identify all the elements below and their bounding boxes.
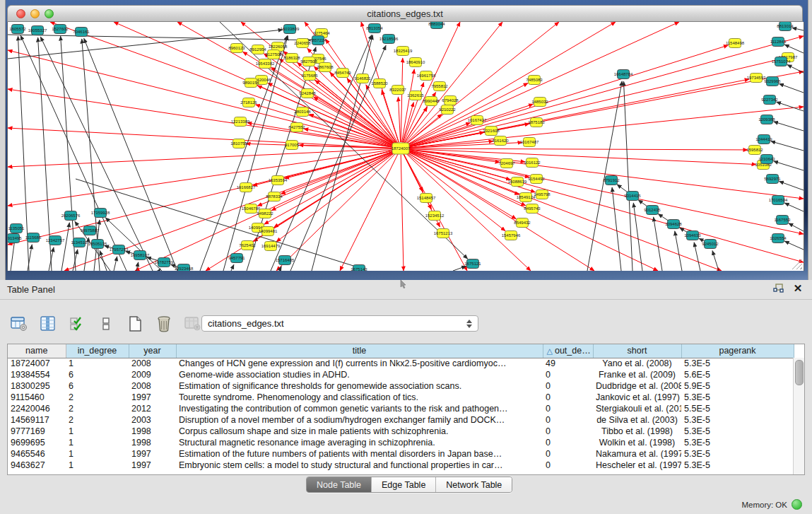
network-edge-selected[interactable] [271, 151, 395, 211]
table-cell-pagerank[interactable]: 5.9E-5 [681, 380, 794, 392]
network-edge-selected[interactable] [50, 22, 395, 146]
network-edge[interactable] [105, 218, 162, 271]
network-edge[interactable] [675, 231, 682, 271]
new-column-icon[interactable] [126, 315, 144, 333]
network-edge[interactable] [694, 243, 700, 271]
network-edge[interactable] [699, 238, 705, 241]
table-cell-name[interactable]: 9465546 [8, 448, 66, 460]
network-edge-selected[interactable] [340, 154, 398, 271]
table-cell-year[interactable]: 1997 [129, 448, 176, 460]
table-cell-name[interactable]: 9115460 [8, 392, 66, 403]
network-edge[interactable] [638, 200, 647, 206]
table-cell-year[interactable]: 1997 [129, 392, 176, 403]
show-columns-icon[interactable] [39, 315, 57, 333]
network-edge-selected[interactable] [407, 104, 534, 146]
network-edge-selected[interactable] [407, 36, 804, 147]
select-all-columns-icon[interactable] [68, 315, 86, 333]
table-cell-out_degree[interactable]: 49 [543, 358, 593, 369]
network-edge[interactable] [617, 185, 628, 192]
table-cell-out_degree[interactable]: 0 [543, 426, 593, 437]
table-cell-pagerank[interactable]: 5.3E-5 [681, 426, 794, 437]
column-header-pagerank[interactable]: pagerank [681, 344, 794, 358]
table-row[interactable]: 911546021997Tourette syndrome. Phenomeno… [8, 392, 794, 403]
table-cell-year[interactable]: 2008 [129, 358, 176, 369]
table-cell-short[interactable]: Tibbo et al. (1998) [593, 426, 681, 437]
float-panel-icon[interactable] [772, 283, 784, 294]
table-cell-in_degree[interactable]: 6 [66, 380, 129, 392]
table-cell-title[interactable]: Investigating the contribution of common… [176, 403, 543, 414]
network-edge-selected[interactable] [8, 50, 394, 147]
table-row[interactable]: 1872400712008Changes of HCN gene express… [8, 358, 794, 369]
close-panel-icon[interactable]: ✕ [792, 283, 804, 294]
close-window-icon[interactable] [16, 9, 25, 18]
scrollbar-thumb[interactable] [795, 360, 804, 385]
table-cell-short[interactable]: Dudbridge et al. (2008) [593, 380, 681, 392]
window-titlebar[interactable]: citations_edges.txt [7, 5, 803, 22]
network-edge-selected[interactable] [247, 123, 394, 148]
column-header-title[interactable]: title [176, 344, 543, 358]
table-cell-pagerank[interactable]: 5.6E-5 [681, 369, 794, 380]
table-selector-dropdown[interactable]: citations_edges.txt [201, 315, 478, 332]
network-edge-selected[interactable] [407, 148, 748, 150]
table-row[interactable]: 1830029562008Estimation of significance … [8, 380, 794, 392]
table-cell-short[interactable]: Jankovic et al. (1997) [593, 392, 681, 403]
table-cell-year[interactable]: 2009 [129, 369, 176, 380]
table-cell-name[interactable]: 18300295 [8, 380, 66, 392]
table-cell-name[interactable]: 14569117 [8, 414, 66, 426]
table-settings-icon[interactable] [10, 315, 28, 333]
table-cell-short[interactable]: Franke et al. (2009) [593, 369, 681, 380]
table-row[interactable]: 946554611997Estimation of the future num… [8, 448, 794, 460]
network-edge-selected[interactable] [407, 59, 782, 147]
network-edge-selected[interactable] [264, 151, 395, 224]
column-header-year[interactable]: year [129, 344, 176, 358]
network-edge[interactable] [784, 45, 804, 53]
table-cell-out_degree[interactable]: 0 [543, 380, 593, 392]
table-cell-in_degree[interactable]: 1 [66, 437, 129, 448]
network-edge-selected[interactable] [276, 152, 396, 242]
table-cell-in_degree[interactable]: 6 [66, 369, 129, 380]
network-edge[interactable] [771, 141, 804, 151]
table-cell-title[interactable]: Changes of HCN gene expression and I(f) … [176, 358, 543, 369]
table-cell-short[interactable]: Stergiakouli et al. (2012) [593, 403, 681, 414]
network-edge[interactable] [623, 81, 632, 271]
table-cell-in_degree[interactable]: 2 [66, 414, 129, 426]
network-edge[interactable] [114, 257, 117, 271]
table-cell-pagerank[interactable]: 5.3E-5 [681, 448, 794, 460]
table-cell-name[interactable]: 9699695 [8, 437, 66, 448]
network-edge-selected[interactable] [398, 97, 400, 142]
table-cell-in_degree[interactable]: 1 [66, 358, 129, 369]
table-cell-out_degree[interactable]: 0 [543, 437, 593, 448]
network-edge[interactable] [792, 28, 804, 30]
tab-network-table[interactable]: Network Table [436, 477, 512, 492]
network-edge-selected[interactable] [401, 155, 404, 271]
table-cell-name[interactable]: 9777169 [8, 426, 66, 437]
table-cell-title[interactable]: Estimation of the future numbers of pati… [176, 448, 543, 460]
column-header-out_degree[interactable]: △out_de… [543, 344, 593, 358]
table-cell-out_degree[interactable]: 0 [543, 403, 593, 414]
table-cell-year[interactable]: 1998 [129, 437, 176, 448]
table-cell-in_degree[interactable]: 1 [66, 448, 129, 460]
table-cell-short[interactable]: Hescheler et al. (1997) [593, 460, 681, 471]
table-cell-pagerank[interactable]: 5.3E-5 [681, 414, 794, 426]
unselect-columns-icon[interactable] [97, 315, 115, 333]
table-cell-title[interactable]: Disruption of a novel member of a sodium… [176, 414, 543, 426]
network-edge[interactable] [774, 122, 804, 131]
table-cell-year[interactable]: 2003 [129, 414, 176, 426]
table-row[interactable]: 969969511998Structural magnetic resonanc… [8, 437, 794, 448]
table-row[interactable]: 1938455462009Genome-wide association stu… [8, 369, 794, 380]
table-cell-out_degree[interactable]: 0 [543, 460, 593, 471]
table-cell-title[interactable]: Estimation of significance thresholds fo… [176, 380, 543, 392]
table-cell-year[interactable]: 1997 [129, 460, 176, 471]
delete-table-icon[interactable] [184, 315, 202, 333]
table-cell-pagerank[interactable]: 5.3E-5 [681, 358, 794, 369]
table-cell-pagerank[interactable]: 5.3E-5 [681, 460, 794, 471]
network-edge[interactable] [789, 223, 804, 231]
table-cell-in_degree[interactable]: 2 [66, 403, 129, 414]
network-edge[interactable] [8, 35, 311, 40]
table-cell-short[interactable]: Wolkin et al. (1998) [593, 437, 681, 448]
table-cell-in_degree[interactable]: 1 [66, 460, 129, 471]
network-edge[interactable] [654, 217, 662, 271]
delete-columns-icon[interactable] [155, 315, 173, 333]
network-edge[interactable] [779, 83, 804, 93]
table-row[interactable]: 977716911998Corpus callosum shape and si… [8, 426, 794, 437]
